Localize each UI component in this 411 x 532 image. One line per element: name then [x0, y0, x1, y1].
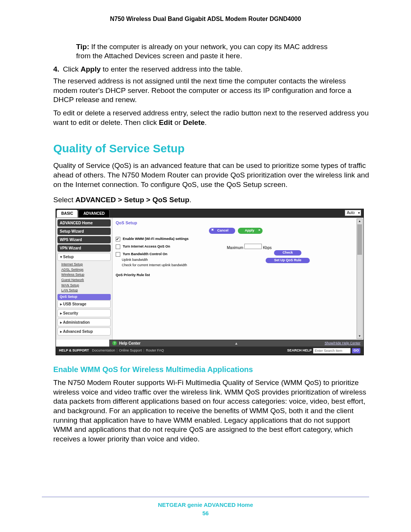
- sidebar-item-advanced-setup[interactable]: ▸ Advanced Setup: [57, 328, 111, 335]
- tab-row: BASIC ADVANCED Auto: [56, 209, 363, 217]
- setup-qos-rule-button[interactable]: Set Up QoS Rule: [266, 258, 310, 263]
- edit-delete-paragraph: To edit or delete a reserved address ent…: [53, 109, 369, 127]
- support-footer: HELP & SUPPORT Documentation | Online Su…: [56, 347, 363, 355]
- step-4-number: 4.: [53, 65, 61, 74]
- cancel-button[interactable]: Cancel: [209, 228, 236, 234]
- subsection-heading-wmm: Enable WMM QoS for Wireless Multimedia A…: [53, 364, 369, 374]
- tip-block: Tip: If the computer is already on your …: [76, 42, 369, 61]
- check-uplink-label: Check for current Internet uplink bandwi…: [122, 263, 356, 268]
- sidebar-item-wps-wizard[interactable]: WPS Wizard: [57, 236, 111, 243]
- panel-title: QoS Setup: [116, 220, 356, 225]
- tab-basic[interactable]: BASIC: [57, 210, 78, 217]
- help-support-label: HELP & SUPPORT: [59, 348, 89, 353]
- maximum-input[interactable]: [244, 244, 262, 249]
- help-center-label: Help Center: [119, 341, 140, 346]
- show-hide-help-link[interactable]: Show/Hide Help Center: [325, 341, 360, 346]
- page-footer: NETGEAR genie ADVANCED Home 56: [0, 497, 411, 517]
- wmm-checkbox[interactable]: [116, 237, 120, 241]
- kbps-label: Kbps: [263, 246, 272, 250]
- step-4-rest: to enter the reserved address into the t…: [101, 65, 243, 73]
- action-buttons: Cancel Apply: [116, 228, 356, 234]
- bw-checkbox[interactable]: [116, 252, 120, 257]
- max-kbps-row: Maximum Kbps: [227, 244, 349, 250]
- sidebar-item-administration[interactable]: ▸ Administration: [57, 318, 111, 326]
- collapse-arrow-icon[interactable]: ▲: [234, 341, 238, 346]
- step-4-apply-word: Apply: [81, 65, 101, 73]
- sidebar-item-setup-wizard[interactable]: Setup Wizard: [57, 228, 111, 235]
- online-support-link[interactable]: Online Support: [119, 348, 142, 353]
- footer-rule: [42, 497, 369, 497]
- section-heading-qos: Quality of Service Setup: [53, 141, 369, 156]
- maximum-label: Maximum: [227, 246, 243, 250]
- step-4-body: The reserved address is not assigned unt…: [53, 77, 369, 105]
- scroll-up-icon[interactable]: ▲: [357, 219, 362, 224]
- scroll-down-icon[interactable]: ▼: [357, 334, 362, 339]
- sidebar-item-security[interactable]: ▸ Security: [57, 309, 111, 317]
- search-input[interactable]: Enter Search Item: [313, 348, 350, 353]
- apply-button[interactable]: Apply: [238, 228, 263, 234]
- wmm-paragraph: The N750 Modem Router supports Wi-Fi Mul…: [53, 378, 369, 444]
- inet-qos-checkbox-label: Turn Internet Access QoS On: [123, 244, 170, 248]
- footer-page-number: 56: [0, 510, 411, 517]
- tip-text: If the computer is already on your netwo…: [76, 43, 328, 60]
- sidebar-sub-guest-network[interactable]: Guest Network: [57, 278, 111, 283]
- vertical-scrollbar[interactable]: ▲ ▼: [357, 219, 363, 339]
- sidebar-item-vpn-wizard[interactable]: VPN Wizard: [57, 244, 111, 252]
- doc-link[interactable]: Documentation: [92, 348, 115, 353]
- nav-path-line: Select ADVANCED > Setup > QoS Setup.: [53, 195, 369, 205]
- step-4: 4. Click Apply to enter the reserved add…: [53, 65, 369, 74]
- footer-title: NETGEAR genie ADVANCED Home: [0, 501, 411, 509]
- wmm-checkbox-row: Enable WMM (Wi-Fi multimedia) settings: [116, 237, 356, 241]
- sidebar-sub-lan-setup[interactable]: LAN Setup: [57, 288, 111, 293]
- qos-panel: QoS Setup Cancel Apply Enable WMM (Wi-Fi…: [113, 218, 363, 340]
- tab-advanced[interactable]: ADVANCED: [78, 209, 110, 217]
- wmm-checkbox-label: Enable WMM (Wi-Fi multimedia) settings: [123, 237, 189, 241]
- sidebar-sub-wan-setup[interactable]: WAN Setup: [57, 283, 111, 288]
- router-faq-link[interactable]: Router FAQ: [146, 348, 164, 353]
- sidebar-item-setup[interactable]: ▾ Setup: [57, 253, 111, 261]
- sidebar-sub-internet-setup[interactable]: Internet Setup: [57, 262, 111, 267]
- step-4-click: Click: [63, 65, 80, 73]
- sidebar-item-advanced-home[interactable]: ADVANCED Home: [57, 219, 111, 227]
- sidebar-sub-adsl-settings[interactable]: ADSL Settings: [57, 267, 111, 273]
- router-ui-screenshot: BASIC ADVANCED Auto ADVANCED Home Setup …: [56, 209, 364, 355]
- doc-header: N750 Wireless Dual Band Gigabit ADSL Mod…: [0, 15, 411, 23]
- search-help-label: SEARCH HELP: [287, 348, 312, 353]
- qos-paragraph: Quality of Service (QoS) is an advanced …: [53, 161, 369, 189]
- help-icon[interactable]: ?: [112, 341, 117, 345]
- help-center-bar: ? Help Center ▲ Show/Hide Help Center: [109, 340, 363, 347]
- sidebar-sub-qos-setup[interactable]: QoS Setup: [57, 294, 111, 300]
- bw-checkbox-label: Turn Bandwidth Control On: [123, 252, 167, 256]
- scroll-thumb[interactable]: [357, 224, 362, 255]
- inet-qos-checkbox[interactable]: [116, 244, 120, 249]
- go-button[interactable]: GO: [352, 348, 360, 353]
- sidebar: ADVANCED Home Setup Wizard WPS Wizard VP…: [56, 218, 113, 340]
- refresh-select[interactable]: Auto: [345, 210, 361, 216]
- check-button[interactable]: Check: [274, 250, 301, 256]
- sidebar-item-usb-storage[interactable]: ▸ USB Storage: [57, 300, 111, 308]
- sidebar-sub-wireless-setup[interactable]: Wireless Setup: [57, 272, 111, 278]
- rule-list-heading: QoS Priority Rule list: [116, 273, 356, 278]
- tip-label: Tip:: [76, 43, 89, 51]
